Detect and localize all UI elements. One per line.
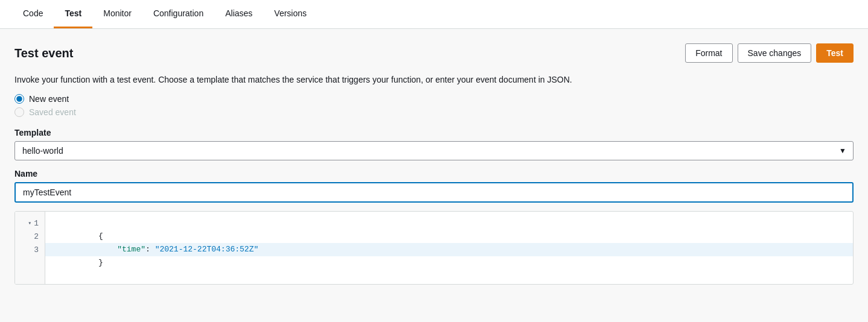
saved-event-radio[interactable]: [14, 107, 24, 117]
json-value-time: "2021-12-22T04:36:52Z": [155, 245, 259, 254]
line-number-2: 2: [15, 230, 45, 243]
name-label: Name: [14, 169, 854, 178]
template-select-wrapper: hello-world apigateway-aws-proxy s3-put …: [14, 141, 854, 160]
page-title: Test event: [14, 46, 73, 60]
template-field: Template hello-world apigateway-aws-prox…: [14, 128, 854, 160]
description-text: Invoke your function with a test event. …: [14, 75, 854, 84]
json-key-time: "time": [98, 245, 145, 254]
brace-open: {: [98, 232, 103, 241]
code-line-2: "time": "2021-12-22T04:36:52Z": [45, 230, 853, 243]
tab-versions[interactable]: Versions: [263, 0, 318, 28]
new-event-label: New event: [29, 94, 69, 104]
code-editor: ▾ 1 2 3 { "time": "2021-12-22T04:36:52Z": [14, 211, 854, 285]
main-content: Test event Format Save changes Test Invo…: [0, 29, 868, 322]
name-input[interactable]: [14, 182, 854, 203]
tab-test[interactable]: Test: [54, 0, 92, 28]
json-colon: :: [145, 245, 155, 254]
saved-event-label: Saved event: [29, 107, 76, 117]
event-type-radio-group: New event Saved event: [14, 94, 854, 117]
template-label: Template: [14, 128, 854, 137]
template-select[interactable]: hello-world apigateway-aws-proxy s3-put …: [14, 141, 854, 160]
line-number-3: 3: [15, 243, 45, 256]
line-numbers: ▾ 1 2 3: [15, 212, 45, 284]
code-editor-inner: ▾ 1 2 3 { "time": "2021-12-22T04:36:52Z": [15, 212, 853, 284]
saved-event-option[interactable]: Saved event: [14, 107, 854, 117]
tab-bar: Code Test Monitor Configuration Aliases …: [0, 0, 868, 29]
code-lines[interactable]: { "time": "2021-12-22T04:36:52Z" }: [45, 212, 853, 284]
tab-aliases[interactable]: Aliases: [214, 0, 263, 28]
code-line-1: {: [45, 216, 853, 230]
brace-close: }: [98, 258, 103, 267]
section-header: Test event Format Save changes Test: [14, 43, 854, 63]
test-button[interactable]: Test: [816, 43, 854, 63]
line-number-1: ▾ 1: [15, 216, 45, 230]
header-actions: Format Save changes Test: [685, 43, 854, 63]
fold-icon-1[interactable]: ▾: [28, 219, 31, 227]
name-field: Name: [14, 169, 854, 203]
save-changes-button[interactable]: Save changes: [738, 43, 812, 63]
tab-monitor[interactable]: Monitor: [92, 0, 142, 28]
format-button[interactable]: Format: [685, 43, 732, 63]
new-event-option[interactable]: New event: [14, 94, 854, 104]
tab-code[interactable]: Code: [12, 0, 54, 28]
tab-configuration[interactable]: Configuration: [142, 0, 214, 28]
new-event-radio[interactable]: [14, 94, 24, 104]
